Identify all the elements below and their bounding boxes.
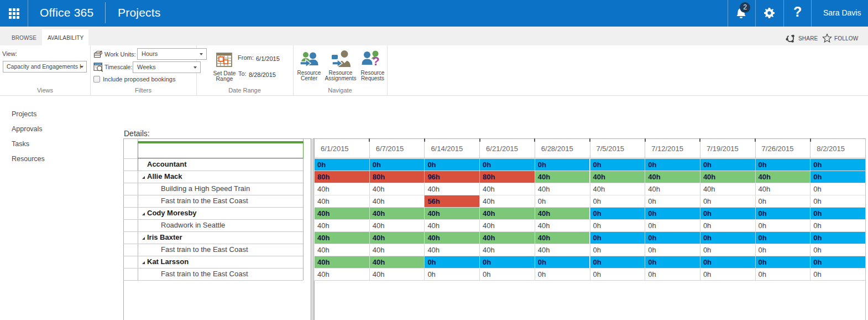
- svg-text:?: ?: [372, 54, 379, 68]
